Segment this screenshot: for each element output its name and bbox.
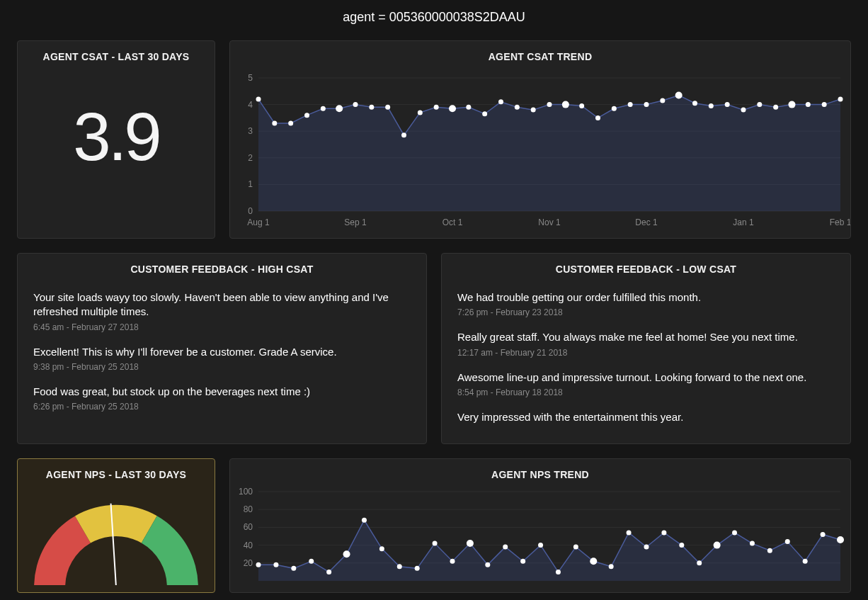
svg-point-83	[538, 543, 543, 548]
nps-trend-card: AGENT NPS TREND 20406080100	[229, 458, 851, 593]
feedback-item: Really great staff. You always make me f…	[457, 330, 835, 357]
feedback-item: Awesome line-up and impressive turnout. …	[457, 370, 835, 397]
svg-point-98	[803, 559, 808, 564]
svg-text:1: 1	[248, 179, 253, 189]
svg-point-42	[628, 102, 633, 107]
svg-point-86	[590, 557, 597, 565]
svg-point-70	[309, 559, 314, 564]
svg-point-44	[660, 98, 665, 103]
svg-text:Dec 1: Dec 1	[635, 217, 658, 227]
feedback-text: Very impressed with the entertainment th…	[457, 410, 835, 424]
svg-text:60: 60	[244, 522, 253, 532]
svg-point-76	[415, 566, 420, 571]
feedback-timestamp: 6:26 pm - February 25 2018	[33, 402, 411, 412]
svg-text:Sep 1: Sep 1	[344, 217, 367, 227]
svg-point-32	[466, 105, 471, 110]
svg-point-100	[837, 536, 844, 543]
svg-point-43	[644, 102, 649, 107]
svg-point-93	[714, 542, 721, 549]
csat-trend-chart[interactable]: 012345Aug 1Sep 1Oct 1Nov 1Dec 1Jan 1Feb …	[230, 74, 850, 231]
svg-point-79	[467, 540, 474, 547]
svg-point-69	[291, 566, 296, 571]
svg-point-89	[644, 545, 649, 550]
nps-trend-chart[interactable]: 20406080100	[230, 487, 850, 585]
svg-point-37	[547, 102, 552, 107]
svg-point-31	[449, 105, 456, 112]
svg-point-91	[679, 543, 684, 548]
feedback-timestamp: 9:38 pm - February 25 2018	[33, 362, 411, 372]
svg-point-74	[379, 546, 384, 551]
csat-summary-value: 3.9	[18, 98, 215, 176]
svg-point-52	[789, 101, 796, 108]
svg-point-34	[498, 99, 503, 104]
nps-trend-title: AGENT NPS TREND	[230, 459, 850, 487]
svg-point-73	[362, 518, 367, 523]
svg-point-38	[562, 101, 569, 108]
svg-text:0: 0	[248, 206, 253, 216]
svg-point-35	[515, 105, 520, 110]
feedback-item: Your site loads wayy too slowly. Haven't…	[33, 290, 411, 332]
svg-point-51	[773, 105, 778, 110]
svg-point-29	[418, 110, 423, 115]
svg-point-68	[273, 562, 278, 567]
svg-point-49	[741, 108, 746, 113]
svg-point-77	[433, 541, 438, 546]
page-title: agent = 005360000038S2DAAU	[17, 0, 851, 40]
feedback-item: Very impressed with the entertainment th…	[457, 410, 835, 424]
svg-point-99	[821, 532, 826, 537]
svg-point-71	[326, 570, 331, 574]
svg-text:Oct 1: Oct 1	[442, 217, 463, 227]
feedback-timestamp: 7:26 pm - February 23 2018	[457, 307, 835, 317]
svg-text:Jan 1: Jan 1	[733, 217, 754, 227]
feedback-item: Food was great, but stock up on the beve…	[33, 385, 411, 412]
svg-point-26	[369, 105, 374, 110]
svg-point-45	[675, 91, 683, 98]
svg-point-95	[750, 541, 755, 546]
svg-text:20: 20	[244, 558, 253, 568]
feedback-high-title: CUSTOMER FEEDBACK - HIGH CSAT	[18, 254, 426, 282]
svg-point-50	[757, 102, 762, 107]
svg-point-47	[709, 103, 714, 108]
svg-point-92	[697, 560, 702, 565]
svg-point-33	[482, 111, 487, 116]
svg-point-48	[725, 102, 730, 107]
svg-point-23	[321, 106, 326, 111]
svg-point-19	[256, 97, 261, 102]
svg-text:Nov 1: Nov 1	[538, 217, 561, 227]
svg-point-85	[573, 545, 578, 550]
svg-point-30	[434, 105, 439, 110]
svg-text:3: 3	[248, 126, 253, 136]
svg-point-40	[595, 115, 600, 120]
feedback-timestamp: 12:17 am - February 21 2018	[457, 348, 835, 358]
svg-text:2: 2	[248, 153, 253, 163]
svg-point-36	[531, 108, 536, 113]
feedback-text: Awesome line-up and impressive turnout. …	[457, 370, 835, 385]
svg-point-27	[385, 105, 390, 110]
feedback-text: Your site loads wayy too slowly. Haven't…	[33, 290, 411, 319]
csat-summary-card: AGENT CSAT - LAST 30 DAYS 3.9	[17, 40, 215, 239]
feedback-text: Excellent! This is why I'll forever be a…	[33, 345, 411, 359]
svg-point-78	[450, 559, 455, 564]
svg-point-97	[785, 539, 790, 544]
svg-text:Aug 1: Aug 1	[247, 217, 270, 227]
feedback-item: Excellent! This is why I'll forever be a…	[33, 345, 411, 372]
svg-point-21	[288, 120, 293, 125]
svg-point-80	[485, 562, 490, 567]
svg-point-67	[256, 562, 261, 567]
svg-point-75	[397, 564, 402, 569]
svg-point-46	[692, 101, 697, 106]
feedback-text: Food was great, but stock up on the beve…	[33, 385, 411, 399]
svg-point-88	[627, 530, 632, 535]
feedback-text: Really great staff. You always make me f…	[457, 330, 835, 344]
svg-point-94	[732, 530, 737, 535]
feedback-low-list[interactable]: We had trouble getting our order fulfill…	[442, 290, 850, 443]
svg-text:4: 4	[248, 100, 253, 110]
feedback-high-list[interactable]: Your site loads wayy too slowly. Haven't…	[18, 290, 426, 443]
nps-gauge-chart[interactable]	[18, 487, 215, 585]
svg-point-24	[336, 105, 343, 112]
svg-point-55	[838, 97, 843, 102]
svg-text:80: 80	[244, 504, 253, 514]
svg-point-22	[304, 113, 309, 118]
feedback-low-card: CUSTOMER FEEDBACK - LOW CSAT We had trou…	[441, 253, 851, 444]
svg-point-54	[822, 102, 827, 107]
